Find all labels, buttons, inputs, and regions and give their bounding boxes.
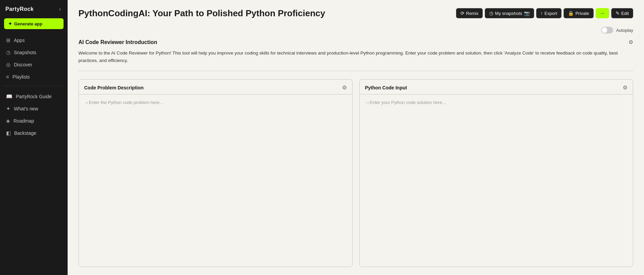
code-problem-title: Code Problem Description <box>84 85 144 90</box>
sidebar-item-discover[interactable]: ◎ Discover <box>3 59 65 70</box>
main-header: PythonCodingAI: Your Path to Polished Py… <box>78 8 633 19</box>
python-code-title: Python Code Input <box>365 85 407 90</box>
autoplay-row: Autoplay <box>78 27 633 34</box>
edit-icon: ✎ <box>616 10 620 16</box>
settings-sliders-icon: ⚙ <box>628 39 633 45</box>
sidebar-item-guide[interactable]: 📖 PartyRock Guide <box>3 91 65 102</box>
python-code-header: Python Code Input ⚙ <box>360 80 633 94</box>
apps-icon: ⊞ <box>6 37 10 43</box>
sidebar-item-backstage[interactable]: ◧ Backstage <box>3 127 65 139</box>
export-icon: ↑ <box>541 10 543 16</box>
code-problem-settings-button[interactable]: ⚙ <box>342 84 347 91</box>
input-arrow-icon-2: → <box>365 100 370 105</box>
intro-section: AI Code Reviewer Introduction ⚙ Welcome … <box>78 39 633 71</box>
export-button[interactable]: ↑ Export <box>536 8 562 18</box>
sidebar-item-whats-new-label: What's new <box>14 106 38 111</box>
guide-icon: 📖 <box>6 93 13 100</box>
python-code-input[interactable] <box>370 100 628 261</box>
code-problem-body[interactable]: → <box>79 94 352 267</box>
export-label: Export <box>545 11 557 16</box>
intro-header: AI Code Reviewer Introduction ⚙ <box>78 39 633 45</box>
snapshots-icon: ◷ <box>6 49 10 56</box>
code-problem-header: Code Problem Description ⚙ <box>79 80 352 94</box>
code-problem-input[interactable] <box>89 100 347 261</box>
header-actions: ⟳ Remix ◷ My snapshots 📷 ↑ Export 🔒 Priv… <box>456 8 634 18</box>
main-content: PythonCodingAI: Your Path to Polished Py… <box>68 0 644 275</box>
sidebar-item-roadmap-label: Roadmap <box>14 118 34 124</box>
code-problem-widget: Code Problem Description ⚙ → <box>78 79 353 267</box>
sidebar-item-apps-label: Apps <box>14 38 25 43</box>
input-arrow-icon: → <box>84 100 89 105</box>
widget-settings-sliders-icon-2: ⚙ <box>623 85 627 90</box>
app-title: PythonCodingAI: Your Path to Polished Py… <box>78 8 448 19</box>
widget-settings-sliders-icon: ⚙ <box>342 85 347 90</box>
sidebar-collapse-button[interactable]: ‹ <box>58 5 62 13</box>
sidebar-item-snapshots[interactable]: ◷ Snapshots <box>3 47 65 58</box>
sidebar-bottom-nav: 📖 PartyRock Guide ✦ What's new ◈ Roadmap… <box>0 91 68 139</box>
my-snapshots-label: My snapshots <box>495 11 522 16</box>
backstage-icon: ◧ <box>6 130 11 136</box>
private-label: Private <box>575 11 589 16</box>
intro-title: AI Code Reviewer Introduction <box>78 39 157 45</box>
intro-text: Welcome to the AI Code Reviewer for Pyth… <box>78 49 633 64</box>
share-arrow-icon: → <box>600 10 605 16</box>
remix-label: Remix <box>466 11 479 16</box>
sidebar-item-roadmap[interactable]: ◈ Roadmap <box>3 115 65 127</box>
widgets-row: Code Problem Description ⚙ → Python Code… <box>78 79 633 267</box>
sidebar-nav: ⊞ Apps ◷ Snapshots ◎ Discover ≡ Playlist… <box>0 35 68 82</box>
intro-settings-button[interactable]: ⚙ <box>628 39 633 45</box>
sidebar: PartyRock ‹ ✦ Generate app ⊞ Apps ◷ Snap… <box>0 0 68 275</box>
playlists-icon: ≡ <box>6 74 9 80</box>
my-snapshots-button[interactable]: ◷ My snapshots 📷 <box>485 8 534 18</box>
sidebar-logo-area: PartyRock ‹ <box>0 5 68 18</box>
sidebar-item-playlists[interactable]: ≡ Playlists <box>3 71 65 82</box>
discover-icon: ◎ <box>6 62 10 68</box>
sidebar-item-guide-label: PartyRock Guide <box>16 94 52 99</box>
remix-icon: ⟳ <box>460 10 464 16</box>
autoplay-label: Autoplay <box>616 28 633 33</box>
logo-text: PartyRock <box>5 6 34 12</box>
autoplay-toggle[interactable] <box>601 27 613 34</box>
edit-button[interactable]: ✎ Edit <box>611 8 633 18</box>
sidebar-item-discover-label: Discover <box>14 62 32 67</box>
roadmap-icon: ◈ <box>6 118 10 124</box>
whats-new-icon: ✦ <box>6 106 10 112</box>
camera-icon: ◷ <box>489 10 493 16</box>
snapshot-camera-icon: 📷 <box>524 10 530 16</box>
python-code-widget: Python Code Input ⚙ → <box>359 79 634 267</box>
remix-button[interactable]: ⟳ Remix <box>456 8 483 18</box>
python-code-body[interactable]: → <box>360 94 633 267</box>
private-button[interactable]: 🔒 Private <box>564 8 593 18</box>
sidebar-item-snapshots-label: Snapshots <box>14 50 36 55</box>
sidebar-item-whats-new[interactable]: ✦ What's new <box>3 103 65 114</box>
generate-app-button[interactable]: ✦ Generate app <box>4 18 64 29</box>
sidebar-divider <box>4 86 64 86</box>
python-code-settings-button[interactable]: ⚙ <box>623 84 627 91</box>
generate-app-label: Generate app <box>14 21 42 26</box>
sidebar-item-backstage-label: Backstage <box>14 130 36 136</box>
sidebar-item-apps[interactable]: ⊞ Apps <box>3 35 65 46</box>
lock-icon: 🔒 <box>568 10 574 16</box>
sparkle-icon: ✦ <box>8 21 12 26</box>
sidebar-item-playlists-label: Playlists <box>13 74 30 80</box>
edit-label: Edit <box>621 11 629 16</box>
share-button[interactable]: → <box>596 8 609 18</box>
